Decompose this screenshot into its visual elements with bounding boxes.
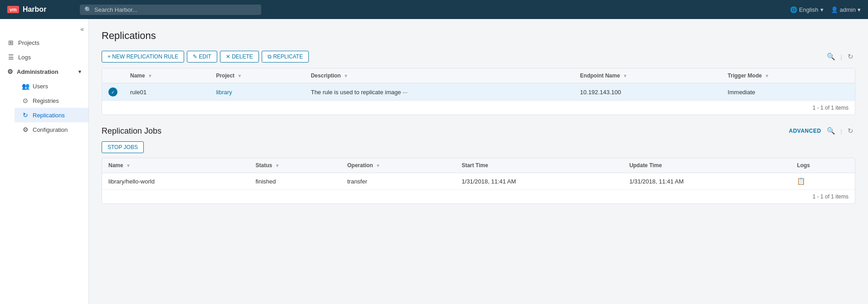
sidebar-configuration-label: Configuration — [33, 126, 68, 133]
job-update-time-cell: 1/31/2018, 11:41 AM — [623, 173, 791, 190]
col-name[interactable]: Name ▼ — [124, 68, 210, 83]
users-icon: 👥 — [22, 82, 29, 90]
col-endpoint[interactable]: Endpoint Name ▼ — [574, 68, 722, 83]
search-bar[interactable]: 🔍 Search Harbor... — [80, 5, 261, 15]
sidebar-replications-label: Replications — [33, 112, 65, 119]
replicate-button[interactable]: ⧉ REPLICATE — [262, 51, 309, 63]
job-logs-cell: 📋 — [790, 173, 855, 190]
col-checkbox — [102, 68, 124, 83]
topnav-right: 🌐 English ▾ 👤 admin ▾ — [790, 6, 861, 13]
search-replications-button[interactable]: 🔍 — [825, 52, 837, 62]
rule-description-cell: The rule is used to replicate image ··· — [304, 83, 574, 101]
job-start-time-cell: 1/31/2018, 11:41 AM — [455, 173, 623, 190]
col-project[interactable]: Project ▼ — [210, 68, 304, 83]
app-name: Harbor — [23, 5, 46, 14]
top-navigation: vm Harbor 🔍 Search Harbor... 🌐 English ▾… — [0, 0, 868, 19]
rule-endpoint-cell: 10.192.143.100 — [574, 83, 722, 101]
sidebar-admin-label: Administration — [17, 68, 59, 75]
jobs-separator: | — [841, 128, 842, 135]
replications-toolbar: + NEW REPLICATION RULE ✎ EDIT ✕ DELETE ⧉… — [102, 51, 855, 63]
col-job-status[interactable]: Status ▼ — [249, 158, 341, 173]
search-placeholder: Search Harbor... — [94, 6, 137, 13]
row-selector-cell: ✓ — [102, 83, 124, 101]
username-label: admin — [840, 6, 856, 13]
col-job-start-time[interactable]: Start Time — [455, 158, 623, 173]
sidebar-registries-label: Registries — [33, 97, 59, 104]
replications-icon: ↻ — [22, 111, 29, 119]
sidebar-logs-label: Logs — [18, 54, 31, 61]
job-name-cell: library/hello-world — [102, 173, 249, 190]
jobs-toolbar: STOP JOBS — [102, 141, 855, 153]
jobs-pagination: 1 - 1 of 1 items — [102, 189, 855, 203]
edit-button[interactable]: ✎ EDIT — [187, 51, 217, 63]
col-job-logs: Logs — [790, 158, 855, 173]
sidebar-admin-submenu: 👥 Users ⊙ Registries ↻ Replications ⚙ Co… — [0, 79, 88, 137]
sidebar-item-replications[interactable]: ↻ Replications — [15, 108, 88, 122]
replication-jobs-title: Replication Jobs — [102, 126, 161, 136]
new-replication-rule-button[interactable]: + NEW REPLICATION RULE — [102, 51, 184, 63]
col-description[interactable]: Description ▼ — [304, 68, 574, 83]
col-job-operation[interactable]: Operation ▼ — [341, 158, 455, 173]
user-menu[interactable]: 👤 admin ▾ — [831, 6, 861, 13]
sidebar-item-logs[interactable]: ☰ Logs — [0, 50, 88, 64]
admin-icon: ⚙ — [7, 68, 13, 75]
configuration-icon: ⚙ — [22, 126, 29, 133]
job-status-sort-icon: ▼ — [275, 163, 280, 168]
stop-jobs-button[interactable]: STOP JOBS — [102, 141, 144, 153]
project-sort-icon: ▼ — [237, 73, 242, 78]
replication-jobs-header: Replication Jobs ADVANCED 🔍 | ↻ — [102, 126, 855, 136]
sidebar-projects-label: Projects — [18, 39, 39, 46]
sidebar-users-label: Users — [33, 83, 48, 90]
row-selected-indicator: ✓ — [108, 87, 117, 97]
jobs-table: Name ▼ Status ▼ Operation ▼ Start Time — [102, 158, 855, 189]
language-selector[interactable]: 🌐 English ▾ — [790, 6, 824, 13]
job-status-cell: finished — [249, 173, 341, 190]
sidebar-collapse-button[interactable]: « — [80, 25, 84, 33]
toolbar-right-actions: 🔍 | ↻ — [825, 52, 855, 62]
jobs-table-card: Name ▼ Status ▼ Operation ▼ Start Time — [102, 158, 855, 204]
sidebar-collapse-area: « — [0, 23, 88, 35]
table-row: library/hello-world finished transfer 1/… — [102, 173, 855, 190]
registries-icon: ⊙ — [22, 97, 29, 104]
lang-chevron-icon: ▾ — [820, 6, 824, 13]
app-logo: vm Harbor — [7, 5, 80, 14]
job-name-sort-icon: ▼ — [126, 163, 131, 168]
delete-button[interactable]: ✕ DELETE — [220, 51, 259, 63]
view-logs-icon[interactable]: 📋 — [797, 177, 805, 185]
sidebar-item-projects[interactable]: ⊞ Projects — [0, 35, 88, 50]
toolbar-separator: | — [841, 53, 842, 60]
refresh-jobs-button[interactable]: ↻ — [846, 126, 855, 136]
rule-name-cell: rule01 — [124, 83, 210, 101]
main-content: Replications + NEW REPLICATION RULE ✎ ED… — [89, 19, 868, 304]
projects-icon: ⊞ — [7, 39, 15, 46]
advanced-link[interactable]: ADVANCED — [789, 128, 821, 134]
sidebar-section-administration[interactable]: ⚙ Administration ▾ — [0, 64, 88, 79]
replications-pagination: 1 - 1 of 1 items — [102, 101, 855, 115]
sidebar-item-users[interactable]: 👥 Users — [15, 79, 88, 93]
refresh-replications-button[interactable]: ↻ — [846, 52, 855, 62]
user-icon: 👤 — [831, 6, 838, 13]
replications-table-header: Name ▼ Project ▼ Description ▼ Endpoin — [102, 68, 855, 83]
col-trigger[interactable]: Trigger Mode ▼ — [722, 68, 855, 83]
job-operation-sort-icon: ▼ — [376, 163, 380, 168]
sidebar: « ⊞ Projects ☰ Logs ⚙ Administration ▾ 👥… — [0, 19, 89, 304]
table-row[interactable]: ✓ rule01 library The rule is used to rep… — [102, 83, 855, 101]
replications-table-card: Name ▼ Project ▼ Description ▼ Endpoin — [102, 68, 855, 115]
replications-table: Name ▼ Project ▼ Description ▼ Endpoin — [102, 68, 855, 101]
col-job-update-time[interactable]: Update Time — [623, 158, 791, 173]
rule-project-cell[interactable]: library — [210, 83, 304, 101]
sidebar-item-configuration[interactable]: ⚙ Configuration — [15, 122, 88, 137]
search-icon: 🔍 — [84, 6, 92, 13]
admin-chevron-icon: ▾ — [78, 69, 81, 75]
globe-icon: 🌐 — [790, 6, 797, 13]
page-title: Replications — [102, 30, 855, 42]
rule-trigger-cell: Immediate — [722, 83, 855, 101]
job-operation-cell: transfer — [341, 173, 455, 190]
col-job-name[interactable]: Name ▼ — [102, 158, 249, 173]
jobs-header-right: ADVANCED 🔍 | ↻ — [789, 126, 855, 136]
trigger-sort-icon: ▼ — [765, 73, 769, 78]
vm-logo-icon: vm — [7, 6, 19, 13]
sidebar-item-registries[interactable]: ⊙ Registries — [15, 93, 88, 108]
description-sort-icon: ▼ — [344, 73, 348, 78]
search-jobs-button[interactable]: 🔍 — [825, 126, 837, 136]
